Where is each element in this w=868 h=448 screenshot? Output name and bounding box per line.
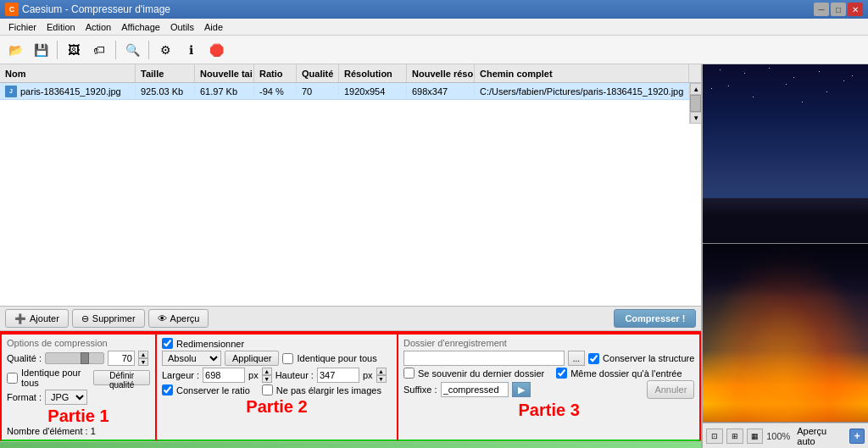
conserver-ratio-checkbox[interactable]: [162, 384, 173, 395]
minus-icon: ⊖: [81, 313, 89, 324]
nombre-label: Nombre d'élément : 1: [7, 426, 150, 436]
toolbar-stop-button[interactable]: 🛑: [204, 38, 228, 62]
progress-bar-container: [0, 441, 701, 448]
identique-checkbox-1[interactable]: [7, 373, 18, 384]
supprimer-button[interactable]: ⊖ Supprimer: [72, 309, 145, 328]
view-grid-button[interactable]: ▦: [747, 429, 764, 444]
go-button[interactable]: ▶: [512, 382, 531, 397]
toolbar-separator-3: [148, 41, 149, 59]
menu-action[interactable]: Action: [81, 20, 117, 34]
toolbar-open-button[interactable]: 📂: [3, 38, 27, 62]
souvenir-checkbox[interactable]: [403, 368, 415, 379]
identique-checkbox-2[interactable]: [282, 353, 293, 364]
quality-up[interactable]: ▲: [138, 351, 148, 358]
view-fit-button[interactable]: ⊡: [706, 429, 723, 444]
resize-header-row: Redimensionner: [162, 338, 392, 349]
title-bar: C Caesium - Compresseur d'image ─ □ ✕: [0, 0, 868, 19]
add-preview-button[interactable]: +: [849, 429, 865, 444]
col-header-ratio: Ratio: [254, 64, 297, 82]
part3-label: Partie 3: [403, 401, 694, 420]
quality-input[interactable]: [108, 351, 135, 366]
file-list-scrollbar[interactable]: ▲ ▼: [689, 83, 701, 124]
hauteur-spinners: ▲ ▼: [376, 368, 387, 383]
conserver-ratio-row: Conserver le ratio Ne pas élargir les im…: [162, 384, 392, 395]
largeur-spinners: ▲ ▼: [262, 368, 272, 383]
cell-taille: 925.03 Kb: [136, 86, 195, 97]
hauteur-label: Hauteur :: [275, 370, 314, 380]
menu-outils[interactable]: Outils: [165, 20, 199, 34]
maximize-button[interactable]: □: [831, 3, 846, 16]
col-header-chemin: Chemin complet: [475, 64, 689, 82]
scroll-up-arrow[interactable]: ▲: [690, 83, 701, 95]
definir-qualite-button[interactable]: Définir qualité: [93, 370, 150, 385]
largeur-down[interactable]: ▼: [262, 375, 272, 383]
preview-bottom-scroll-left[interactable]: ◀: [703, 423, 715, 423]
ajouter-button[interactable]: ➕ Ajouter: [5, 309, 69, 328]
toolbar-settings-button[interactable]: ⚙: [153, 38, 177, 62]
hauteur-unit: px: [363, 370, 373, 380]
format-label: Format :: [7, 392, 42, 402]
cell-qualite: 70: [297, 86, 339, 97]
quality-down[interactable]: ▼: [138, 358, 148, 366]
star: [843, 80, 844, 81]
file-list-header: Nom Taille Nouvelle tai Ratio Qualité Ré…: [0, 64, 701, 83]
panel-resize: Redimensionner Absolu Relatif Appliquer …: [157, 333, 398, 441]
menu-edition[interactable]: Edition: [42, 20, 81, 34]
close-button[interactable]: ✕: [848, 3, 863, 16]
cell-ratio: -94 %: [254, 86, 297, 97]
progress-fill: [0, 442, 701, 448]
resize-method-row: Absolu Relatif Appliquer Identique pour …: [162, 351, 392, 366]
appliquer-button[interactable]: Appliquer: [225, 351, 279, 366]
largeur-up[interactable]: ▲: [262, 368, 272, 375]
preview-bottom-scroll-right[interactable]: ▶: [856, 423, 868, 423]
ne-pas-checkbox[interactable]: [262, 384, 273, 395]
conserver-structure-label: Conserver la structure: [603, 353, 694, 363]
ne-pas-label: Ne pas élargir les images: [276, 385, 381, 395]
suffixe-input[interactable]: [441, 382, 509, 397]
compresser-button[interactable]: Compresser !: [614, 309, 696, 328]
main-area: Nom Taille Nouvelle tai Ratio Qualité Ré…: [0, 64, 868, 448]
toolbar-save-button[interactable]: 💾: [29, 38, 53, 62]
meme-dossier-checkbox[interactable]: [556, 368, 567, 379]
toolbar-separator-1: [57, 41, 58, 59]
save-path-input[interactable]: [403, 351, 565, 366]
largeur-input[interactable]: [203, 368, 245, 383]
zoom-level: 100%: [766, 431, 790, 441]
star: [826, 91, 827, 92]
conserver-structure-checkbox[interactable]: [588, 353, 599, 364]
hauteur-input[interactable]: [317, 368, 359, 383]
menu-aide[interactable]: Aide: [199, 20, 228, 34]
apercu-button[interactable]: 👁 Aperçu: [148, 309, 209, 328]
scroll-thumb[interactable]: [690, 95, 701, 112]
menu-affichage[interactable]: Affichage: [116, 20, 165, 34]
star: [769, 68, 770, 69]
redimensionner-checkbox[interactable]: [162, 338, 173, 349]
scroll-down-arrow[interactable]: ▼: [690, 112, 701, 124]
format-select[interactable]: JPG PNG: [45, 390, 87, 405]
col-header-qualite: Qualité: [297, 64, 339, 82]
suffixe-label: Suffixe :: [403, 384, 437, 395]
menu-fichier[interactable]: Fichier: [3, 20, 42, 34]
right-status-bar: ⊡ ⊞ ▦ 100% Aperçu auto +: [703, 423, 868, 448]
hauteur-up[interactable]: ▲: [376, 368, 387, 375]
identique-label-1: Identique pour tous: [21, 368, 90, 388]
largeur-unit: px: [248, 370, 259, 380]
minimize-button[interactable]: ─: [814, 3, 829, 16]
table-row[interactable]: J paris-1836415_1920.jpg 925.03 Kb 61.97…: [0, 83, 689, 100]
quality-slider[interactable]: [45, 352, 104, 364]
save-path-row: ... Conserver la structure: [403, 351, 694, 366]
toolbar-tag-button[interactable]: 🏷: [87, 38, 111, 62]
annuler-button[interactable]: Annuler: [647, 380, 694, 399]
toolbar-add-button[interactable]: 🖼: [62, 38, 86, 62]
toolbar-search-button[interactable]: 🔍: [120, 38, 144, 62]
hauteur-down[interactable]: ▼: [376, 375, 387, 383]
view-actual-button[interactable]: ⊞: [726, 429, 743, 444]
cell-nouvelle: 61.97 Kb: [195, 86, 254, 97]
cell-resolution: 1920x954: [339, 86, 407, 97]
toolbar-info-button[interactable]: ℹ: [179, 38, 203, 62]
cell-name: J paris-1836415_1920.jpg: [0, 85, 136, 98]
browse-button[interactable]: ...: [568, 351, 585, 366]
resize-method-select[interactable]: Absolu Relatif: [162, 351, 221, 366]
star: [753, 97, 754, 97]
scroll-track: [690, 95, 701, 112]
